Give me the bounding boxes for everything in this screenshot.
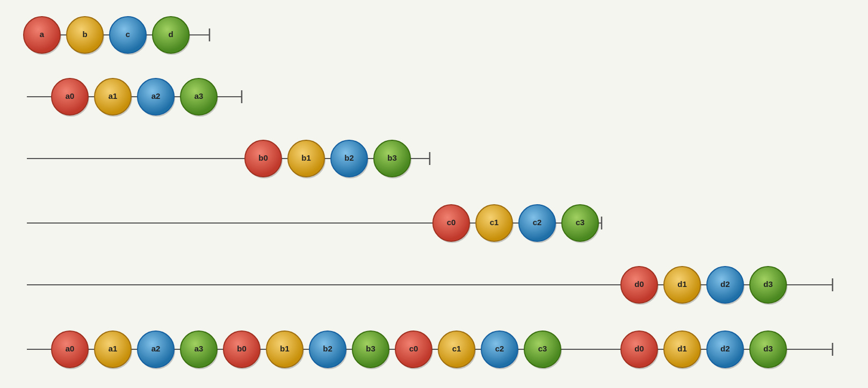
node-c1 xyxy=(476,205,512,241)
node-d2 xyxy=(707,331,743,368)
main-svg: abcda0a1a2a3b0b1b2b3c0c1c2c3d0d1d2d3a0a1… xyxy=(0,0,868,388)
node-d xyxy=(153,17,189,53)
node-d3 xyxy=(750,267,786,303)
node-c0 xyxy=(395,331,432,368)
node-b3 xyxy=(374,140,410,177)
node-b1 xyxy=(266,331,303,368)
node-a2 xyxy=(138,78,174,115)
node-b0 xyxy=(245,140,281,177)
node-d0 xyxy=(621,331,657,368)
node-b xyxy=(67,17,103,53)
node-a1 xyxy=(95,331,131,368)
node-c1 xyxy=(438,331,475,368)
node-b1 xyxy=(288,140,324,177)
node-c2 xyxy=(481,331,518,368)
node-c3 xyxy=(562,205,598,241)
node-d1 xyxy=(664,331,700,368)
node-a2 xyxy=(138,331,174,368)
node-d0 xyxy=(621,267,657,303)
node-d1 xyxy=(664,267,700,303)
node-a xyxy=(24,17,60,53)
node-b3 xyxy=(352,331,389,368)
node-c xyxy=(110,17,146,53)
node-b0 xyxy=(223,331,260,368)
node-c0 xyxy=(433,205,469,241)
diagram-container: abcda0a1a2a3b0b1b2b3c0c1c2c3d0d1d2d3a0a1… xyxy=(0,0,868,388)
node-a3 xyxy=(180,78,217,115)
node-c2 xyxy=(519,205,555,241)
node-a0 xyxy=(52,331,88,368)
node-a0 xyxy=(52,78,88,115)
node-a1 xyxy=(95,78,131,115)
node-d2 xyxy=(707,267,743,303)
node-a3 xyxy=(180,331,217,368)
node-c3 xyxy=(524,331,561,368)
node-b2 xyxy=(331,140,367,177)
node-d3 xyxy=(750,331,786,368)
node-b2 xyxy=(309,331,346,368)
